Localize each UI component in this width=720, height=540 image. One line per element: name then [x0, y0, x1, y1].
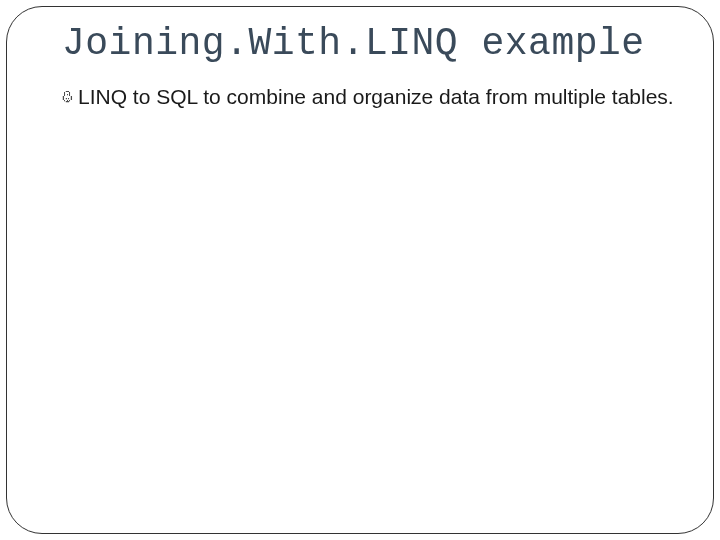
bullet-text: LINQ to SQL to combine and organize data…: [78, 83, 674, 111]
bullet-icon: ߷: [62, 83, 72, 111]
bullet-item: ߷ LINQ to SQL to combine and organize da…: [62, 83, 680, 111]
slide-content: Joining.With.LINQ example ߷ LINQ to SQL …: [62, 22, 680, 111]
slide-title: Joining.With.LINQ example: [62, 22, 680, 65]
